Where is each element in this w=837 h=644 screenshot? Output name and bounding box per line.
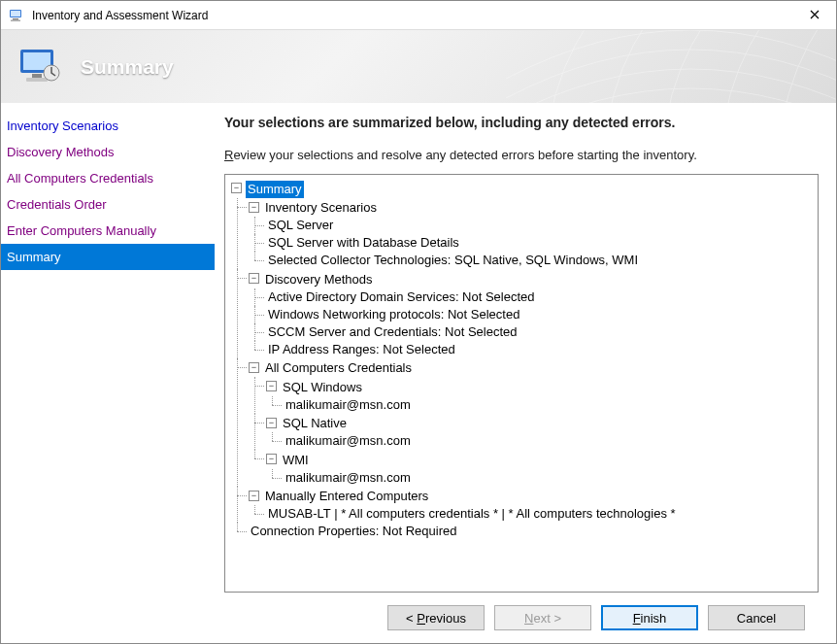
nav-discovery-methods[interactable]: Discovery Methods bbox=[1, 139, 215, 165]
nav-credentials-order[interactable]: Credentials Order bbox=[1, 191, 215, 218]
tree-leaf[interactable]: IP Address Ranges: Not Selected bbox=[266, 341, 814, 358]
finish-button[interactable]: Finish bbox=[601, 605, 698, 630]
tree-leaf[interactable]: Windows Networking protocols: Not Select… bbox=[266, 306, 814, 323]
expander-icon[interactable]: − bbox=[266, 454, 277, 464]
tree-leaf[interactable]: SQL Server with Database Details bbox=[266, 234, 814, 252]
previous-button[interactable]: < Previous bbox=[387, 605, 485, 630]
expander-icon[interactable]: − bbox=[266, 418, 277, 428]
button-row: < Previous Next > Finish Cancel bbox=[224, 593, 819, 643]
expander-icon[interactable]: − bbox=[266, 381, 277, 391]
close-icon bbox=[810, 9, 820, 22]
main-panel: Your selections are summarized below, in… bbox=[215, 103, 836, 643]
tree-cred-group[interactable]: − WMI malikumair@msn.com bbox=[266, 450, 814, 487]
close-button[interactable] bbox=[792, 1, 836, 29]
svg-rect-1 bbox=[11, 11, 20, 17]
title-bar: Inventory and Assessment Wizard bbox=[1, 1, 836, 30]
cancel-button[interactable]: Cancel bbox=[708, 605, 805, 630]
expander-icon[interactable]: − bbox=[249, 273, 259, 284]
banner: Summary bbox=[1, 30, 836, 103]
tree-leaf[interactable]: Active Directory Domain Services: Not Se… bbox=[266, 288, 814, 306]
svg-rect-3 bbox=[11, 19, 20, 21]
svg-rect-2 bbox=[13, 18, 18, 20]
tree-cred-group[interactable]: − SQL Windows malikumair@msn.com bbox=[266, 377, 814, 414]
expander-icon[interactable]: − bbox=[231, 183, 242, 193]
wizard-window: Inventory and Assessment Wizard bbox=[0, 0, 837, 644]
tree-manually-entered[interactable]: − Manually Entered Computers MUSAB-LT | … bbox=[249, 487, 814, 524]
sidebar: Inventory Scenarios Discovery Methods Al… bbox=[1, 103, 215, 643]
summary-tree[interactable]: − Summary − Inventory Scenarios bbox=[224, 174, 819, 593]
next-button: Next > bbox=[494, 605, 591, 630]
window-title: Inventory and Assessment Wizard bbox=[32, 9, 792, 22]
tree-root-label: Summary bbox=[246, 181, 304, 198]
nav-summary[interactable]: Summary bbox=[1, 244, 215, 270]
nav-enter-computers-manually[interactable]: Enter Computers Manually bbox=[1, 218, 215, 244]
nav-inventory-scenarios[interactable]: Inventory Scenarios bbox=[1, 113, 215, 139]
tree-leaf[interactable]: Selected Collector Technologies: SQL Nat… bbox=[266, 252, 814, 269]
tree-leaf[interactable]: SCCM Server and Credentials: Not Selecte… bbox=[266, 323, 814, 341]
expander-icon[interactable]: − bbox=[249, 202, 259, 213]
tree-discovery-methods[interactable]: − Discovery Methods Active Directory Dom… bbox=[249, 269, 814, 358]
tree-connection-properties[interactable]: Connection Properties: Not Required bbox=[249, 523, 814, 540]
app-icon bbox=[9, 8, 24, 23]
page-instructions: Review your selections and resolve any d… bbox=[224, 148, 819, 162]
banner-heading: Summary bbox=[81, 55, 174, 79]
tree-leaf[interactable]: malikumair@msn.com bbox=[284, 396, 814, 414]
tree-leaf[interactable]: malikumair@msn.com bbox=[284, 432, 814, 450]
tree-leaf[interactable]: MUSAB-LT | * All computers credentials *… bbox=[266, 505, 814, 523]
tree-root[interactable]: − Summary − Inventory Scenarios bbox=[231, 179, 814, 540]
expander-icon[interactable]: − bbox=[249, 362, 259, 373]
tree-cred-group[interactable]: − SQL Native malikumair@msn.com bbox=[266, 414, 814, 451]
tree-leaf[interactable]: SQL Server bbox=[266, 217, 814, 234]
page-heading: Your selections are summarized below, in… bbox=[224, 115, 819, 130]
nav-all-computers-credentials[interactable]: All Computers Credentials bbox=[1, 165, 215, 191]
tree-inventory-scenarios[interactable]: − Inventory Scenarios SQL Server SQL Ser… bbox=[249, 198, 814, 270]
wizard-body: Inventory Scenarios Discovery Methods Al… bbox=[1, 103, 836, 643]
tree-all-computers-credentials[interactable]: − All Computers Credentials − SQL Window… bbox=[249, 358, 814, 487]
expander-icon[interactable]: − bbox=[249, 491, 259, 501]
tree-leaf[interactable]: malikumair@msn.com bbox=[284, 469, 814, 487]
svg-rect-7 bbox=[26, 78, 48, 82]
banner-pattern bbox=[506, 30, 836, 103]
svg-rect-6 bbox=[32, 74, 42, 78]
monitor-icon bbox=[17, 44, 63, 90]
